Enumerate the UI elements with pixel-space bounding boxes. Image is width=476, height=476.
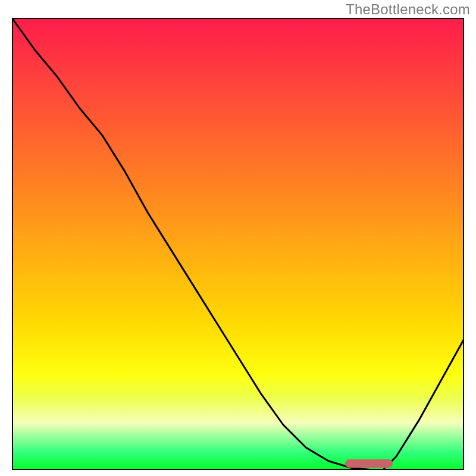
curve-path	[12, 18, 464, 470]
optimal-range-marker	[345, 459, 393, 468]
chart-plot-area	[12, 18, 464, 470]
bottleneck-curve	[12, 18, 464, 470]
watermark-text: TheBottleneck.com	[346, 1, 470, 18]
